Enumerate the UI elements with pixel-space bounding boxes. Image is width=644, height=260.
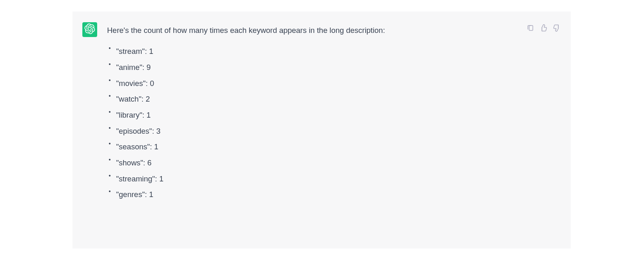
clipboard-icon [527,24,534,33]
thumbs-up-icon [540,24,547,33]
chat-message-container: Here's the count of how many times each … [72,12,571,248]
assistant-message-row: Here's the count of how many times each … [82,21,561,205]
thumbs-down-icon [553,24,560,33]
list-item: "genres": 1 [107,189,561,201]
list-item: "anime": 9 [107,62,561,74]
thumbs-down-button[interactable] [553,25,561,33]
message-content: Here's the count of how many times each … [107,21,561,205]
list-item: "library": 1 [107,109,561,121]
svg-rect-0 [529,26,533,30]
list-item: "shows": 6 [107,157,561,169]
list-item: "watch": 2 [107,93,561,105]
keyword-count-list: "stream": 1 "anime": 9 "movies": 0 "watc… [107,46,561,201]
message-actions [526,25,561,33]
list-item: "streaming": 1 [107,173,561,185]
thumbs-up-button[interactable] [539,25,548,33]
list-item: "movies": 0 [107,78,561,90]
assistant-avatar [82,22,97,37]
list-item: "seasons": 1 [107,141,561,153]
copy-button[interactable] [526,25,534,33]
list-item: "stream": 1 [107,46,561,58]
list-item: "episodes": 3 [107,125,561,137]
message-intro-text: Here's the count of how many times each … [107,24,561,37]
openai-logo-icon [84,23,95,36]
